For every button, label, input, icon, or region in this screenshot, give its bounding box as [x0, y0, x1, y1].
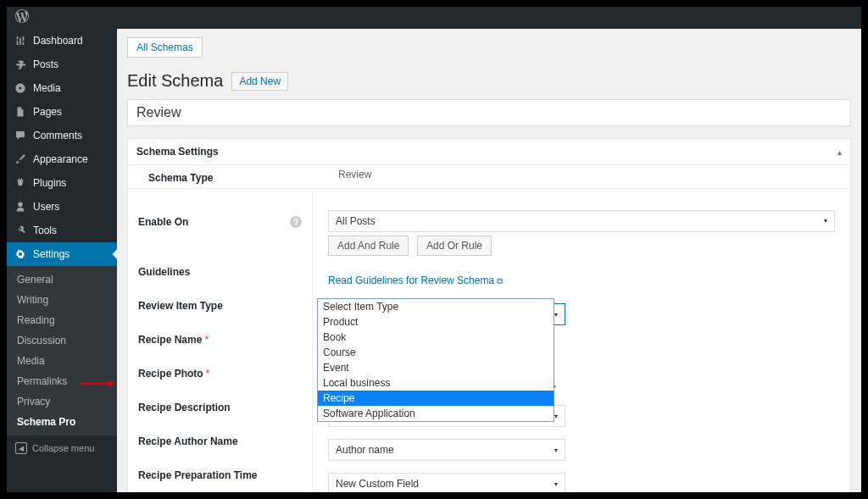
add-new-button[interactable]: Add New	[231, 72, 288, 91]
all-schemas-link[interactable]: All Schemas	[127, 37, 203, 58]
dropdown-option[interactable]: Book	[318, 330, 554, 345]
chevron-down-icon: ▾	[824, 217, 827, 225]
media-icon	[14, 81, 27, 95]
sidebar-item-users[interactable]: Users	[7, 195, 117, 219]
help-icon[interactable]: ?	[290, 216, 302, 228]
menu-label: Settings	[33, 248, 70, 260]
sidebar-item-appearance[interactable]: Appearance	[7, 147, 117, 171]
external-link-icon: ⧉	[497, 276, 503, 286]
brush-icon	[14, 152, 27, 166]
label-recipe-name: Recipe Name*	[128, 327, 219, 352]
dropdown-option[interactable]: Local business	[318, 375, 554, 391]
sidebar-item-pages[interactable]: Pages	[7, 100, 117, 124]
dropdown-option[interactable]: Event	[318, 360, 554, 375]
dropdown-option[interactable]: Product	[318, 314, 554, 330]
menu-label: Media	[33, 82, 61, 94]
label-recipe-description: Recipe Description	[128, 395, 241, 420]
menu-label: Comments	[33, 130, 82, 141]
chevron-down-icon: ▾	[554, 446, 558, 454]
sidebar-item-plugins[interactable]: Plugins	[7, 171, 117, 195]
sidebar-item-comments[interactable]: Comments	[7, 124, 117, 147]
dropdown-option[interactable]: Course	[318, 345, 554, 360]
sidebar-item-posts[interactable]: Posts	[7, 53, 117, 76]
submenu-writing[interactable]: Writing	[7, 290, 117, 310]
menu-label: Posts	[33, 58, 58, 70]
submenu-discussion[interactable]: Discussion	[7, 330, 117, 351]
sidebar-item-tools[interactable]: Tools	[7, 219, 117, 242]
settings-submenu: General Writing Reading Discussion Media…	[7, 266, 117, 435]
main-content: All Schemas Edit Schema Add New Review S…	[117, 7, 861, 492]
wordpress-logo-icon[interactable]	[15, 9, 29, 26]
value-schema-type: Review	[323, 165, 371, 184]
enable-on-select[interactable]: All Posts▾	[328, 210, 835, 232]
add-and-rule-button[interactable]: Add And Rule	[328, 236, 409, 256]
chevron-down-icon: ▾	[554, 413, 558, 420]
sidebar-item-media[interactable]: Media	[7, 76, 117, 100]
menu-label: Dashboard	[33, 35, 83, 47]
recipe-author-name-select[interactable]: Author name▾	[328, 439, 565, 461]
review-item-type-dropdown[interactable]: Select Item TypeProductBookCourseEventLo…	[317, 298, 554, 422]
label-schema-type: Schema Type	[138, 165, 323, 191]
user-icon	[14, 200, 27, 213]
label-recipe-prep-time: Recipe Preparation Time	[128, 463, 268, 488]
label-enable-on: Enable On?	[128, 209, 312, 235]
menu-label: Pages	[33, 106, 62, 118]
submenu-general[interactable]: General	[7, 269, 117, 290]
label-recipe-author-name: Recipe Author Name	[128, 429, 248, 454]
tool-icon	[14, 224, 27, 237]
label-guidelines: Guidelines	[128, 259, 200, 285]
menu-label: Users	[33, 201, 59, 213]
comment-icon	[14, 129, 27, 142]
submenu-reading[interactable]: Reading	[7, 310, 117, 330]
submenu-media[interactable]: Media	[7, 351, 117, 371]
plug-icon	[14, 176, 27, 190]
dropdown-option[interactable]: Recipe	[318, 391, 554, 406]
menu-label: Tools	[33, 225, 57, 236]
dashboard-icon	[14, 34, 27, 47]
sidebar-item-dashboard[interactable]: Dashboard	[7, 29, 117, 53]
dropdown-option[interactable]: Select Item Type	[318, 299, 554, 314]
panel-collapse-icon[interactable]: ▴	[837, 147, 842, 157]
recipe-prep-time-select[interactable]: New Custom Field▾	[328, 473, 565, 492]
chevron-down-icon: ▾	[554, 311, 558, 319]
submenu-privacy[interactable]: Privacy	[7, 391, 117, 412]
submenu-permalinks[interactable]: Permalinks	[7, 371, 117, 391]
guidelines-link[interactable]: Read Guidelines for Review Schema⧉	[328, 274, 503, 286]
collapse-icon: ◀	[15, 442, 27, 454]
annotation-arrow	[79, 383, 113, 385]
settings-icon	[14, 247, 27, 261]
collapse-label: Collapse menu	[32, 443, 94, 453]
menu-label: Appearance	[33, 153, 88, 165]
menu-label: Plugins	[33, 177, 66, 189]
page-title: Edit Schema	[127, 71, 223, 91]
label-review-item-type: Review Item Type	[128, 293, 233, 319]
dropdown-option[interactable]: Software Application	[318, 406, 554, 421]
sidebar-item-settings[interactable]: Settings	[7, 242, 117, 266]
pin-icon	[14, 58, 27, 71]
admin-sidebar: Dashboard Posts Media Pages Comments App…	[7, 7, 117, 492]
panel-title: Schema Settings	[136, 146, 219, 158]
submenu-schema-pro[interactable]: Schema Pro	[7, 412, 117, 432]
chevron-down-icon: ▾	[554, 480, 558, 488]
schema-title-input[interactable]: Review	[127, 99, 851, 126]
label-recipe-photo: Recipe Photo*	[128, 361, 220, 386]
page-icon	[14, 105, 27, 119]
collapse-menu-button[interactable]: ◀ Collapse menu	[7, 435, 117, 461]
add-or-rule-button[interactable]: Add Or Rule	[417, 236, 492, 256]
admin-bar	[7, 7, 861, 29]
